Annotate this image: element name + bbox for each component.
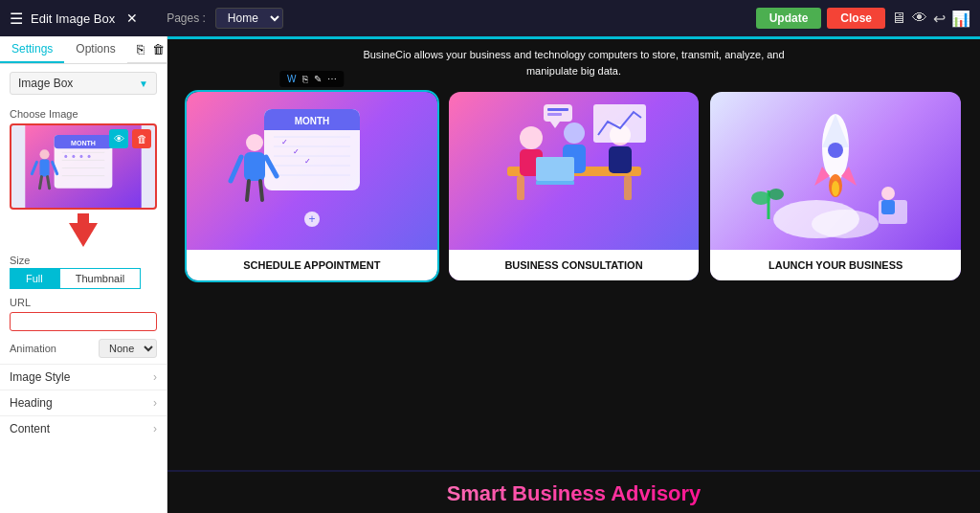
size-thumbnail-button[interactable]: Thumbnail xyxy=(59,268,141,289)
close-button[interactable]: Close xyxy=(827,8,885,29)
svg-line-34 xyxy=(231,157,241,181)
content-section[interactable]: Content › xyxy=(0,415,167,441)
image-box-section: Image Box ▼ xyxy=(0,64,167,102)
card-1-label: SCHEDULE APPOINTMENT xyxy=(187,250,437,280)
hamburger-icon[interactable]: ☰ xyxy=(10,10,23,28)
svg-rect-13 xyxy=(39,159,49,176)
svg-point-66 xyxy=(751,191,770,205)
chevron-down-icon: ▼ xyxy=(139,78,148,89)
svg-line-37 xyxy=(260,181,262,200)
image-box-dropdown[interactable]: Image Box ▼ xyxy=(10,72,157,95)
url-label: URL xyxy=(0,295,167,310)
svg-point-60 xyxy=(828,143,843,158)
close-panel-button[interactable]: ✕ xyxy=(126,11,138,26)
card-2-wrapper: BUSINESS CONSULTATION xyxy=(449,92,700,280)
svg-point-12 xyxy=(39,149,49,159)
svg-text:✓: ✓ xyxy=(281,138,288,146)
svg-rect-48 xyxy=(609,146,632,173)
svg-rect-49 xyxy=(593,104,646,143)
animation-label: Animation xyxy=(10,343,56,354)
animation-select[interactable]: None xyxy=(99,339,157,358)
svg-rect-33 xyxy=(244,152,265,181)
preview-delete-icon[interactable]: 🗑 xyxy=(132,129,151,148)
chevron-right-icon-2: › xyxy=(153,396,157,410)
bottom-section: Smart Business Advisory xyxy=(167,470,980,513)
svg-rect-51 xyxy=(536,181,574,185)
undo-icon[interactable]: ↩ xyxy=(933,10,946,28)
svg-point-67 xyxy=(768,189,784,200)
content-label: Content xyxy=(10,422,50,435)
card-1-image-area: MONTH ✓ ✓ ✓ xyxy=(187,92,437,250)
cards-container: W ⎘ ✎ ⋯ xyxy=(167,84,980,288)
svg-marker-53 xyxy=(550,122,560,128)
launch-illustration xyxy=(740,95,931,248)
heading-section[interactable]: Heading › xyxy=(0,390,167,415)
svg-rect-54 xyxy=(547,108,568,111)
card-3[interactable]: LAUNCH YOUR BUSINESS xyxy=(710,92,961,280)
chart-icon[interactable]: 📊 xyxy=(951,10,970,28)
page-background: BusineCio allows your business and techn… xyxy=(167,39,980,513)
svg-rect-70 xyxy=(881,200,895,214)
sidebar: Settings Options ⎘ 🗑 Image Box ▼ Choose … xyxy=(0,36,167,513)
card-2[interactable]: BUSINESS CONSULTATION xyxy=(449,92,700,280)
svg-point-45 xyxy=(564,123,585,144)
tab-options[interactable]: Options xyxy=(64,36,126,63)
card-2-image-area xyxy=(449,92,700,250)
url-input[interactable] xyxy=(10,312,157,331)
svg-point-43 xyxy=(520,126,543,149)
svg-text:+: + xyxy=(308,212,315,226)
chevron-right-icon: › xyxy=(153,370,157,384)
pages-select[interactable]: Home xyxy=(215,8,283,29)
card-3-image-area xyxy=(710,92,961,250)
duplicate-icon[interactable]: ⎘ xyxy=(302,74,308,84)
card-3-label: LAUNCH YOUR BUSINESS xyxy=(710,250,961,280)
trash-icon[interactable]: 🗑 xyxy=(152,42,165,56)
edit-image-box-title: Edit Image Box xyxy=(31,11,115,26)
size-label: Size xyxy=(0,251,167,268)
svg-rect-19 xyxy=(78,213,89,227)
svg-line-36 xyxy=(247,181,249,200)
wordpress-icon[interactable]: W xyxy=(287,74,296,84)
tab-settings[interactable]: Settings xyxy=(0,36,64,63)
svg-text:✓: ✓ xyxy=(293,147,300,156)
heading-label: Heading xyxy=(10,396,53,410)
svg-point-8 xyxy=(64,155,67,158)
svg-point-10 xyxy=(79,155,82,158)
sidebar-tabs: Settings Options ⎘ 🗑 xyxy=(0,36,167,64)
svg-text:MONTH: MONTH xyxy=(71,140,96,147)
top-bar: ☰ Edit Image Box ✕ Pages : Home Update C… xyxy=(0,0,980,36)
svg-text:MONTH: MONTH xyxy=(294,116,329,126)
animation-row: Animation None xyxy=(0,337,167,364)
choose-image-label: Choose Image xyxy=(0,102,167,123)
card-3-wrapper: LAUNCH YOUR BUSINESS xyxy=(710,92,961,280)
svg-point-64 xyxy=(832,181,839,196)
red-arrow-indicator xyxy=(0,210,167,251)
edit-icon[interactable]: ✎ xyxy=(314,74,322,84)
svg-point-32 xyxy=(246,134,263,151)
monitor-icon[interactable]: 🖥 xyxy=(891,10,906,27)
chevron-right-icon-3: › xyxy=(153,422,157,435)
svg-rect-42 xyxy=(624,176,632,200)
svg-point-9 xyxy=(72,155,75,158)
dots-icon[interactable]: ⋯ xyxy=(327,74,337,84)
image-style-section[interactable]: Image Style › xyxy=(0,364,167,390)
image-preview-box[interactable]: 👁 🗑 MONTH xyxy=(10,123,157,210)
preview-eye-icon[interactable]: 👁 xyxy=(109,129,128,148)
size-full-button[interactable]: Full xyxy=(10,268,59,289)
card-2-label: BUSINESS CONSULTATION xyxy=(449,250,700,280)
update-button[interactable]: Update xyxy=(756,8,822,29)
pages-label: Pages : xyxy=(167,11,206,25)
eye-icon[interactable]: 👁 xyxy=(912,10,927,27)
smart-business-title: Smart Business Advisory xyxy=(447,481,702,505)
page-tagline: BusineCio allows your business and techn… xyxy=(344,39,803,80)
svg-point-69 xyxy=(881,187,895,200)
svg-line-16 xyxy=(39,177,41,189)
copy-icon[interactable]: ⎘ xyxy=(137,42,145,56)
image-style-label: Image Style xyxy=(10,370,70,384)
svg-rect-50 xyxy=(536,157,574,181)
card-1[interactable]: MONTH ✓ ✓ ✓ xyxy=(187,92,437,280)
svg-text:✓: ✓ xyxy=(304,157,311,166)
svg-rect-55 xyxy=(547,113,562,116)
svg-line-17 xyxy=(48,177,50,189)
consultation-illustration xyxy=(479,95,670,248)
